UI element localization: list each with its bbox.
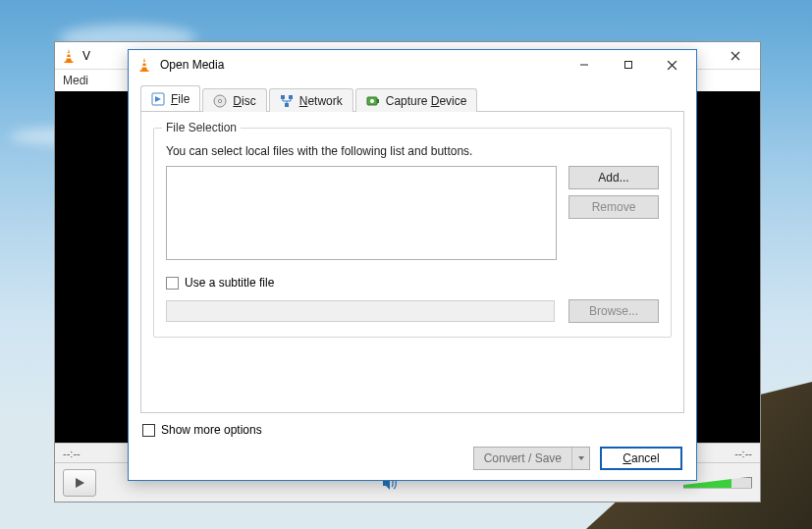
play-button[interactable] [63,469,96,497]
svg-rect-7 [141,66,147,68]
tab-page-file: File Selection You can select local file… [140,111,684,413]
cancel-button-label: Cancel [623,451,659,465]
dialog-title: Open Media [160,58,224,72]
convert-save-dropdown[interactable] [571,448,589,469]
file-selection-hint: You can select local files with the foll… [166,144,659,158]
tab-file-label: File [171,92,189,106]
add-button[interactable]: Add... [568,166,659,189]
convert-save-label: Convert / Save [474,451,571,465]
svg-point-18 [370,99,374,103]
play-icon [74,477,85,489]
tab-capture-device[interactable]: Capture Device [355,88,478,112]
close-button[interactable] [650,51,694,79]
tab-network[interactable]: Network [269,88,353,112]
add-button-label: Add... [598,171,628,185]
desktop-wallpaper: V Medi --:-- --:-- Open Media [0,0,812,529]
svg-rect-15 [289,95,293,99]
svg-rect-14 [281,95,285,99]
network-tab-icon [280,94,294,108]
tab-strip: File Disc Network Capture Device [140,85,684,111]
file-list[interactable] [166,166,557,260]
vlc-cone-icon [61,48,77,64]
remove-button[interactable]: Remove [568,195,659,219]
vlc-menu-media[interactable]: Medi [63,74,88,87]
file-selection-group: File Selection You can select local file… [153,128,672,338]
show-more-options-checkbox[interactable] [142,424,155,437]
vlc-close-button[interactable] [717,46,754,66]
svg-marker-5 [141,58,147,71]
svg-rect-8 [140,71,149,73]
svg-marker-20 [578,456,584,460]
browse-subtitle-button[interactable]: Browse... [568,299,659,323]
svg-rect-2 [66,57,72,59]
disc-tab-icon [213,94,227,108]
file-tab-icon [151,92,165,106]
time-total: --:-- [734,448,752,459]
maximize-icon [623,60,633,70]
chevron-down-icon [577,454,585,462]
capture-tab-icon [366,94,380,108]
svg-rect-6 [142,62,147,64]
time-elapsed: --:-- [63,448,81,459]
svg-rect-9 [624,62,631,69]
minimize-icon [579,60,589,70]
show-more-options-label: Show more options [161,423,262,437]
vlc-cone-icon [136,57,152,73]
file-selection-group-title: File Selection [162,121,241,134]
convert-save-button[interactable]: Convert / Save [473,447,590,470]
maximize-button[interactable] [606,51,650,79]
remove-button-label: Remove [592,200,636,214]
subtitle-checkbox[interactable] [166,277,179,290]
tab-file[interactable]: File [140,85,200,111]
svg-marker-0 [66,49,72,62]
close-icon [731,51,740,61]
tab-network-label: Network [299,94,343,108]
tab-disc-label: Disc [233,94,255,108]
subtitle-checkbox-label: Use a subtitle file [185,276,274,290]
open-media-dialog: Open Media File [128,49,697,481]
svg-marker-4 [76,478,84,488]
svg-rect-3 [65,61,74,63]
tab-disc[interactable]: Disc [202,88,266,112]
svg-rect-19 [377,99,379,103]
cancel-button[interactable]: Cancel [600,447,682,470]
minimize-button[interactable] [562,51,606,79]
subtitle-path-input [166,300,555,322]
vlc-window-title: V [82,49,90,63]
svg-point-13 [219,99,222,102]
svg-rect-1 [67,53,72,55]
dialog-titlebar[interactable]: Open Media [129,50,696,79]
browse-button-label: Browse... [589,304,638,318]
tab-capture-label: Capture Device [386,94,467,108]
svg-rect-16 [285,103,289,107]
close-icon [667,60,677,71]
